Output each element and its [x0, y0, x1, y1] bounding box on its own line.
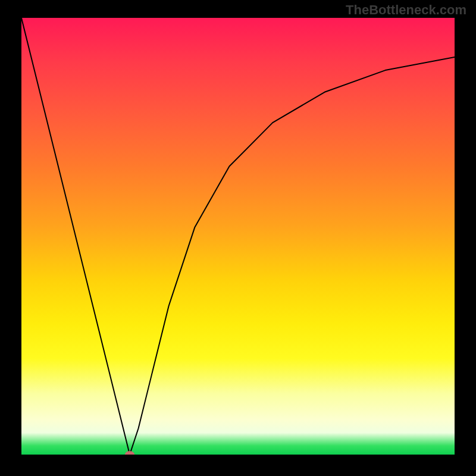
bottleneck-curve — [21, 18, 455, 455]
plot-area — [21, 18, 455, 455]
curve-layer — [21, 18, 455, 455]
chart-frame: TheBottleneck.com — [0, 0, 476, 476]
min-marker — [125, 451, 134, 455]
watermark-text: TheBottleneck.com — [346, 2, 466, 18]
